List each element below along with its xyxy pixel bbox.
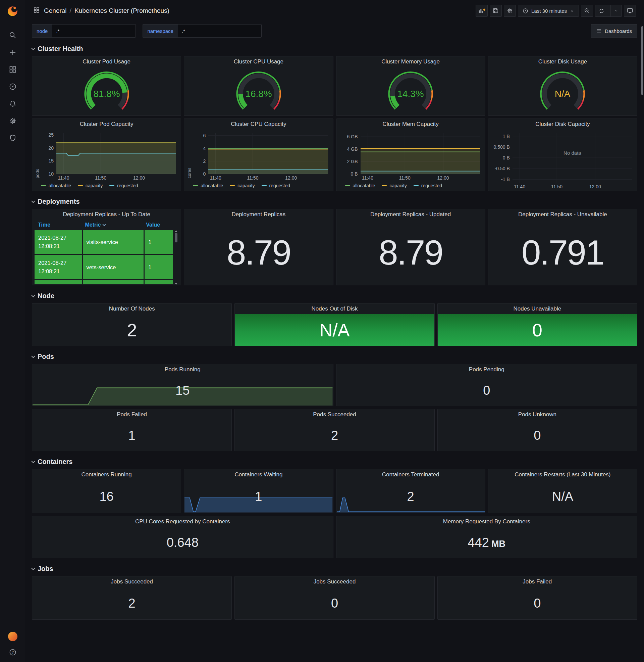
user-avatar[interactable] bbox=[8, 632, 18, 641]
chevron-down-icon bbox=[31, 293, 35, 297]
variable-namespace-label: namespace bbox=[142, 24, 178, 38]
table-row: 2021-08-27 12:08:21 vets-service 1 bbox=[34, 255, 173, 279]
dashboards-grid-icon[interactable] bbox=[8, 65, 17, 74]
deployment-table: Time Metric Value 2021-08-27 12:08:21 vi… bbox=[32, 220, 181, 285]
panel-cluster-cpu-usage: Cluster CPU Usage 16.8% bbox=[184, 56, 333, 116]
column-header-time[interactable]: Time bbox=[34, 222, 82, 228]
cell-time: 2021-08-27 12:08:21 bbox=[34, 230, 82, 254]
table-scrollbar bbox=[174, 230, 179, 285]
dashboards-button-label: Dashboards bbox=[605, 28, 632, 34]
section-cluster-health[interactable]: Cluster Health bbox=[32, 45, 637, 53]
stat-value: 16 bbox=[99, 490, 113, 503]
breadcrumb: General / Kubernetes Cluster (Prometheus… bbox=[44, 7, 169, 15]
admin-shield-icon[interactable] bbox=[8, 134, 17, 142]
breadcrumb-folder[interactable]: General bbox=[44, 7, 67, 15]
column-header-value[interactable]: Value bbox=[142, 222, 173, 228]
chevron-down-icon bbox=[31, 459, 35, 463]
section-pods[interactable]: Pods bbox=[32, 353, 637, 360]
variable-node-input[interactable] bbox=[52, 24, 136, 38]
variable-namespace-input[interactable] bbox=[178, 24, 262, 38]
panel-pods-succeeded: Pods Succeeded 2 bbox=[234, 409, 434, 451]
save-dashboard-button[interactable] bbox=[490, 5, 502, 17]
sparkline-pods-running: 15 bbox=[32, 375, 333, 406]
sparkline-containers-terminated: 2 bbox=[337, 480, 485, 513]
panel-cluster-mem-capacity: Cluster Mem Capacity 0 B2 GB4 GB6 GB11:4… bbox=[336, 118, 485, 191]
stat-value: 2 bbox=[331, 429, 338, 442]
cell-time: 2021-08-27 12:08:21 bbox=[34, 255, 82, 279]
section-jobs[interactable]: Jobs bbox=[32, 565, 637, 573]
time-range-picker[interactable]: Last 30 minutes bbox=[518, 5, 579, 17]
svg-text:?: ? bbox=[12, 650, 14, 654]
explore-compass-icon[interactable] bbox=[8, 82, 17, 91]
help-icon[interactable]: ? bbox=[8, 648, 17, 657]
add-panel-button[interactable] bbox=[476, 5, 488, 17]
panel-number-of-nodes: Number Of Nodes 2 bbox=[32, 303, 232, 346]
gauge-cluster-cpu-usage: 16.8% bbox=[184, 67, 333, 115]
panel-jobs-succeeded-1: Jobs Succeeded 2 bbox=[32, 576, 232, 620]
stat-value: 2 bbox=[407, 490, 414, 503]
cell-value: 1 bbox=[144, 255, 173, 279]
hamburger-icon bbox=[596, 28, 602, 34]
scroll-down-icon[interactable] bbox=[175, 283, 178, 285]
stat-value: 15 bbox=[176, 384, 189, 397]
panel-cpu-cores-requested: CPU Cores Requested by Containers 0.648 bbox=[32, 516, 334, 558]
stat-value: 8.79 bbox=[227, 235, 291, 270]
panel-nodes-unavailable: Nodes Unavailable 0 bbox=[437, 303, 637, 346]
sidebar-menu bbox=[8, 31, 17, 142]
search-icon[interactable] bbox=[8, 31, 17, 40]
svg-text:16.8%: 16.8% bbox=[245, 89, 272, 99]
chevron-down-icon bbox=[31, 46, 35, 50]
dashboard-settings-button[interactable] bbox=[504, 5, 516, 17]
refresh-button-group[interactable] bbox=[595, 5, 622, 17]
variable-node: node bbox=[32, 24, 136, 38]
refresh-interval-caret[interactable] bbox=[611, 5, 622, 17]
green-stat-body: 0 bbox=[438, 314, 637, 346]
cell-metric: visits-service bbox=[83, 230, 144, 254]
variable-node-label: node bbox=[32, 24, 52, 38]
table-row: 2021-08-27 12:08:21 visits-service 1 bbox=[34, 230, 173, 254]
section-containers[interactable]: Containers bbox=[32, 458, 637, 466]
panel-containers-restarts: Containers Restarts (Last 30 Minutes) N/… bbox=[488, 469, 637, 513]
table-header: Time Metric Value bbox=[34, 220, 179, 230]
svg-text:N/A: N/A bbox=[555, 89, 571, 99]
chart-cluster-pod-capacity: pods1015202511:4011:5012:00allocatableca… bbox=[32, 130, 181, 191]
dashboards-button[interactable]: Dashboards bbox=[591, 24, 637, 38]
grafana-logo-icon[interactable] bbox=[6, 5, 19, 18]
stat-value: 8.79 bbox=[379, 235, 442, 270]
page-title[interactable]: Kubernetes Cluster (Prometheus) bbox=[74, 7, 169, 15]
column-header-metric[interactable]: Metric bbox=[82, 222, 143, 228]
stat-value: 0.648 bbox=[167, 536, 199, 549]
cycle-view-monitor-icon[interactable] bbox=[624, 5, 636, 17]
stat-value: N/A bbox=[552, 490, 573, 503]
stat-value: 0 bbox=[532, 321, 543, 339]
configuration-gear-icon[interactable] bbox=[8, 116, 17, 125]
refresh-icon[interactable] bbox=[595, 5, 608, 17]
page-scrollbar-thumb[interactable] bbox=[641, 26, 643, 95]
stat-value: 2 bbox=[127, 321, 137, 339]
panel-memory-requested: Memory Requested By Containers 442MB bbox=[336, 516, 638, 558]
create-plus-icon[interactable] bbox=[8, 48, 17, 57]
panel-cluster-cpu-capacity: Cluster CPU Capacity cores024611:4011:50… bbox=[184, 118, 333, 191]
panel-containers-terminated: Containers Terminated 2 bbox=[336, 469, 485, 513]
section-node[interactable]: Node bbox=[32, 292, 637, 300]
stat-value: 2 bbox=[129, 597, 136, 610]
panel-cluster-pod-usage: Cluster Pod Usage 81.8% bbox=[32, 56, 181, 116]
zoom-out-button[interactable] bbox=[581, 5, 593, 17]
stat-value: 1 bbox=[255, 490, 262, 503]
stat-value: 0 bbox=[483, 384, 490, 397]
section-deployments[interactable]: Deployments bbox=[32, 198, 637, 205]
scroll-up-icon[interactable] bbox=[175, 230, 178, 232]
chevron-down-icon bbox=[31, 199, 35, 203]
panel-cluster-disk-capacity: Cluster Disk Capacity -1 B-0.50 B0 B0.50… bbox=[488, 118, 637, 191]
alerting-bell-icon[interactable] bbox=[8, 100, 17, 108]
cell-metric: vets-service bbox=[83, 255, 144, 279]
sort-caret-icon bbox=[102, 223, 106, 226]
gauge-cluster-memory-usage: 14.3% bbox=[337, 67, 485, 115]
cell-value: 1 bbox=[144, 230, 173, 254]
grafana-app: ? General / Kubernetes Cluster (Promethe… bbox=[0, 0, 644, 662]
scroll-thumb[interactable] bbox=[175, 233, 178, 242]
table-row-partial bbox=[34, 280, 173, 284]
apps-grid-icon[interactable] bbox=[33, 7, 40, 15]
svg-text:81.8%: 81.8% bbox=[93, 89, 120, 99]
breadcrumb-separator: / bbox=[70, 7, 71, 15]
